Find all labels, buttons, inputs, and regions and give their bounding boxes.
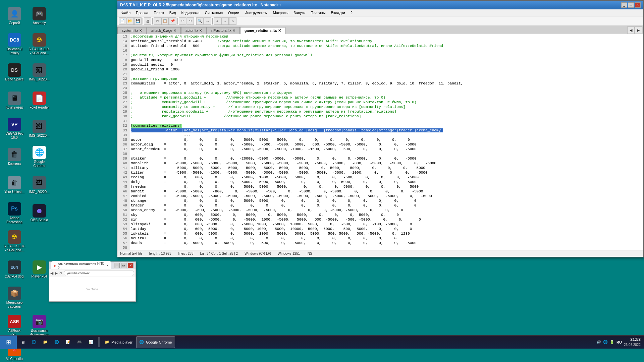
desktop-icon-computer[interactable]: 🖥 Компьютер	[3, 87, 26, 114]
chrome-back[interactable]: ◀	[50, 271, 53, 276]
window-titlebar: D:\S.T.A.L.K.E.R. OLR 2.5\gamedata\confi…	[117, 1, 643, 9]
toolbar-sep1	[143, 18, 143, 24]
chrome-forward[interactable]: ▶	[55, 271, 58, 276]
chrome-address-bar[interactable]: youtube.com/wat...	[64, 270, 134, 276]
taskbar: ⊞ 🖥 🌐 📁 🌐 📝 🎮 📊	[0, 335, 644, 349]
toolbar-print[interactable]: 🖨	[144, 17, 151, 25]
toolbar-open[interactable]: 📂	[126, 17, 134, 25]
taskbar-chart-icon[interactable]: 📊	[86, 336, 96, 348]
toolbar-zoom-out[interactable]: -	[221, 17, 229, 25]
taskbar-folder-icon[interactable]: 📁	[40, 336, 51, 348]
toolbar-sep5	[212, 18, 213, 24]
menu-encoding[interactable]: Кодировка	[179, 10, 202, 15]
chrome-close-btn[interactable]: ✕	[128, 263, 133, 268]
desktop-icon-foxit[interactable]: 📄 Foxit Reader	[28, 87, 51, 114]
window-title: D:\S.T.A.L.K.E.R. OLR 2.5\gamedata\confi…	[120, 3, 281, 7]
toolbar-sep2	[152, 18, 153, 24]
desktop-icons-left: 👤 Сергей 🎮 Anomaly DC8 Dollchan 8 Infini…	[0, 0, 54, 362]
desktop-icon-adobe[interactable]: Ps Adobe Photoshop	[3, 200, 26, 227]
desktop-icon-deadspace[interactable]: DS Dead Space	[3, 59, 26, 86]
menu-edit[interactable]: Правка	[133, 10, 151, 15]
toolbar-paste[interactable]: 📌	[169, 17, 176, 25]
tab-scroll-left[interactable]: ◀	[627, 26, 635, 34]
tray-icon-2[interactable]: 🌐	[603, 340, 608, 344]
desktop-icon-stalker1[interactable]: ☢ S.T.A.L.K.E.R. - SGM and...	[28, 31, 51, 58]
menu-search[interactable]: Поиск	[151, 10, 166, 15]
taskbar-ie-icon[interactable]: 🌐	[29, 336, 39, 348]
chrome-minimize[interactable]: _	[114, 263, 120, 268]
start-button[interactable]: ⊞	[0, 336, 17, 349]
word-icon: 📝	[66, 340, 70, 344]
desktop-icon-sergey[interactable]: 👤 Сергей	[3, 3, 26, 29]
close-button[interactable]: ✕	[635, 2, 641, 8]
toolbar-zoom-in[interactable]: +	[214, 17, 221, 25]
desktop-icon-youruninstall[interactable]: 🗑 Your Uninst...	[3, 172, 26, 198]
menu-tabs[interactable]: Вкладки	[328, 10, 348, 15]
toolbar-new[interactable]: 📄	[119, 17, 126, 25]
game-icon: 🎮	[77, 340, 82, 344]
menu-macros[interactable]: Макросы	[270, 10, 291, 15]
line-numbers: 1314151617 1819202122 2324252627 2829303…	[117, 34, 129, 250]
tab-scroll-right[interactable]: ▶	[635, 26, 642, 34]
toolbar-find[interactable]: 🔍	[196, 17, 204, 25]
chrome-close-icon[interactable]: ×	[107, 264, 109, 267]
lang-indicator[interactable]: RU	[616, 340, 622, 344]
menu-run[interactable]: Запуск	[291, 10, 308, 15]
chrome-url: youtube.com/wat...	[67, 272, 92, 275]
desktop-icon-vegas[interactable]: VP VEGAS Pro 16.0	[3, 115, 26, 142]
ie-icon: 🌐	[32, 340, 36, 344]
tab-system[interactable]: system.ltx ✕	[117, 27, 147, 34]
menu-file[interactable]: Файл	[119, 10, 133, 15]
desktop-icon-dollchan[interactable]: DC8 Dollchan 8 Infinity	[3, 31, 26, 58]
menu-syntax[interactable]: Синтаксис	[202, 10, 225, 15]
toolbar-undo[interactable]: ↩	[179, 17, 186, 25]
desktop-icon-playerx64[interactable]: ▶ Player x64	[28, 256, 51, 283]
chart-icon: 📊	[89, 340, 93, 344]
desktop-icon-img2[interactable]: 🖼 IMG_20220...	[28, 115, 51, 142]
desktop-icon-chrome[interactable]: 🌐 Google Chrome	[28, 143, 51, 170]
menu-help[interactable]: ?	[348, 10, 355, 15]
tab-attack[interactable]: attack_0.age ✕	[147, 27, 181, 34]
restore-button[interactable]: ▭	[628, 2, 634, 8]
menu-view[interactable]: Вид	[167, 10, 179, 15]
menu-plugins[interactable]: Плагины	[308, 10, 328, 15]
toolbar-zoom-reset[interactable]: ○	[229, 17, 236, 25]
toolbar-redo[interactable]: ↪	[186, 17, 194, 25]
chrome-tab[interactable]: ▶ как изменить отношение НПС р... ×	[51, 261, 111, 270]
toolbar-replace[interactable]: ↔	[204, 17, 211, 25]
status-bar: Normal text file length : 13 923 lines :…	[117, 250, 643, 257]
chrome-restore[interactable]: ▭	[121, 263, 127, 268]
taskbar-chrome-item[interactable]: 🌐 Google Chrome	[136, 336, 175, 348]
taskbar-chrome-icon[interactable]: 🌐	[51, 336, 62, 348]
toolbar-cut[interactable]: ✂	[154, 17, 161, 25]
code-content[interactable]: ;пороговые значения для отношения персон…	[129, 34, 643, 250]
tab-game-relations[interactable]: game_relations.ltx ✕	[240, 27, 285, 34]
desktop-icon-x64dbg[interactable]: x64 x32/x64 dbg	[3, 256, 26, 283]
desktop-icon-korzina[interactable]: 🗑 Корзина	[3, 143, 26, 170]
tab-actor[interactable]: actor.ltx ✕	[181, 27, 207, 34]
chrome-reload[interactable]: ↻	[59, 271, 62, 276]
toolbar-copy[interactable]: 📋	[161, 17, 169, 25]
tray-icon-3[interactable]: 🔋	[610, 340, 614, 344]
desktop-icon-img3[interactable]: 🖼 IMG_20220...	[28, 172, 51, 198]
taskbar-mediaplayer[interactable]: 📁 Media player	[102, 336, 136, 348]
desktop-icon-obs[interactable]: ⏺ OBS Studio	[28, 200, 51, 227]
status-lines: lines : 238	[178, 252, 194, 255]
tab-npositors[interactable]: nPositors.ltx ✕	[207, 27, 240, 34]
desktop-icon-empty1	[28, 228, 51, 255]
toolbar-save[interactable]: 💾	[134, 17, 142, 25]
minimize-button[interactable]: _	[621, 2, 627, 8]
menu-options[interactable]: Опции	[225, 10, 242, 15]
menu-tools[interactable]: Инструменты	[242, 10, 270, 15]
desktop-icon-stalker2[interactable]: ☢ S.T.A.L.K.E.R. - SGM and...	[3, 228, 26, 255]
taskbar-explorer-icon[interactable]: 🖥	[18, 336, 28, 348]
taskbar-game-icon[interactable]: 🎮	[74, 336, 85, 348]
chrome-titlebar: ▶ как изменить отношение НПС р... × _ ▭ …	[49, 262, 136, 269]
tray-icon-1[interactable]: 🔊	[596, 340, 601, 344]
chrome-content: YouTube	[49, 277, 136, 301]
chrome-toolbar: ◀ ▶ ↻ youtube.com/wat...	[49, 269, 136, 277]
desktop-icon-manager[interactable]: 📦 Менеджер задонов	[3, 284, 26, 311]
taskbar-word-icon[interactable]: 📝	[63, 336, 73, 348]
desktop-icon-img-top[interactable]: 🖼 IMG_20220...	[28, 59, 51, 86]
desktop-icon-anomaly[interactable]: 🎮 Anomaly	[28, 3, 51, 29]
